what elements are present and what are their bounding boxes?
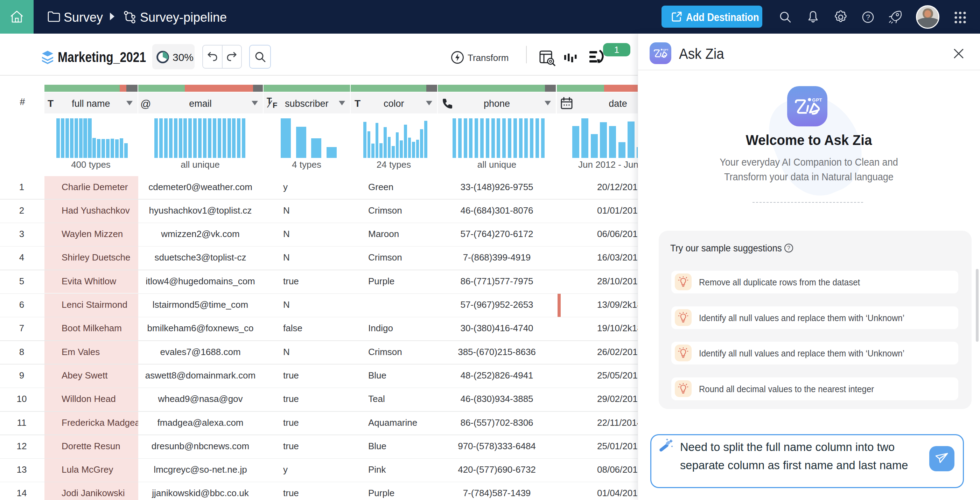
svg-text:GPT: GPT bbox=[663, 49, 668, 51]
svg-text:?: ? bbox=[866, 13, 870, 21]
svg-text:GPT: GPT bbox=[812, 97, 822, 103]
svg-text:?: ? bbox=[787, 245, 790, 251]
